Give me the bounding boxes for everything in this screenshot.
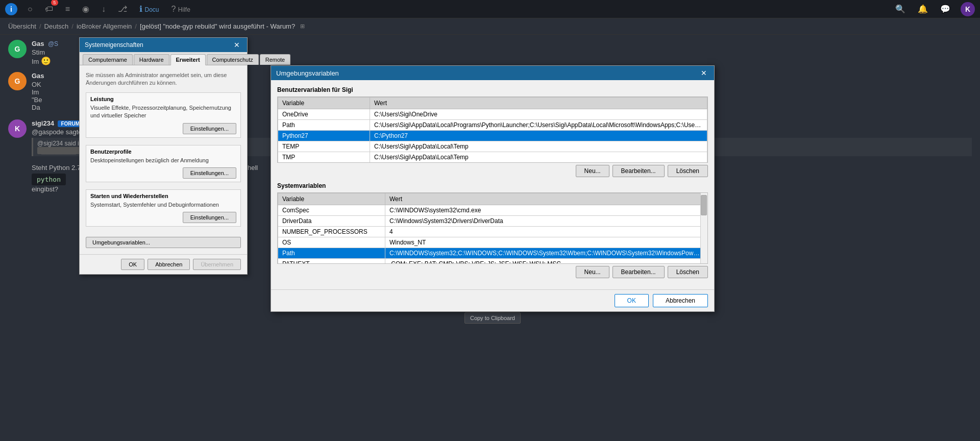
- nav-icon-target[interactable]: ◉: [80, 2, 91, 16]
- starten-section: Starten und Wiederherstellen Systemstart…: [86, 189, 241, 227]
- abbrechen-button[interactable]: Abbrechen: [148, 259, 190, 270]
- bell-icon[interactable]: 🔔: [916, 2, 930, 16]
- ok-button[interactable]: OK: [121, 259, 144, 270]
- rss-icon[interactable]: ⊞: [300, 23, 305, 30]
- main-content: G Gas @S StimIm 🙂 G Gas OKIm"BeDa K: [0, 35, 980, 441]
- sys-var-name: ComSpec: [278, 205, 385, 216]
- sys-var-row[interactable]: DriverDataC:\Windows\System32\Drivers\Dr…: [278, 216, 707, 227]
- avatar-3: K: [8, 119, 27, 138]
- tab-hardware[interactable]: Hardware: [134, 54, 169, 65]
- tab-computerschutz[interactable]: Computerschutz: [207, 54, 259, 65]
- user-var-value: C:\Python27: [370, 131, 707, 141]
- topbar-right: 🔍 🔔 💬 K: [893, 2, 975, 16]
- sysprop-close-button[interactable]: ✕: [232, 41, 242, 49]
- benutzerprofile-einstellungen-button[interactable]: Einstellungen...: [183, 167, 236, 179]
- env-body: Benutzervariablen für Sigi Variable Wert…: [271, 80, 714, 289]
- user-var-name: Python27: [278, 131, 370, 141]
- user-var-row[interactable]: OneDriveC:\Users\Sigi\OneDrive: [278, 109, 707, 120]
- sys-var-name: PATHEXT: [278, 259, 385, 264]
- user-var-buttons: Neu... Bearbeiten... Löschen: [277, 165, 708, 177]
- user-vars-table-container[interactable]: Variable Wert OneDriveC:\Users\Sigi\OneD…: [277, 96, 708, 163]
- umgebungsvariablen-dialog: Umgebungsvariablen ✕ Benutzervariablen f…: [271, 65, 715, 312]
- nav-icon-list[interactable]: ≡: [63, 3, 72, 16]
- sys-var-buttons: Neu... Bearbeiten... Löschen: [277, 266, 708, 278]
- nav-icon-circle[interactable]: ○: [26, 3, 35, 16]
- sys-var-row[interactable]: PATHEXT.COM;.EXE;.BAT;.CMD;.VBS;.VBE;.JS…: [278, 259, 707, 264]
- user-vars-title: Benutzervariablen für Sigi: [277, 86, 708, 93]
- env-close-button[interactable]: ✕: [699, 69, 709, 77]
- tab-remote[interactable]: Remote: [260, 54, 291, 65]
- user-loeschen-button[interactable]: Löschen: [668, 165, 708, 177]
- user-var-value: C:\Users\Sigi\AppData\Local\Temp: [370, 141, 707, 152]
- nav-icon-down[interactable]: ↓: [100, 3, 108, 16]
- sysprop-warning: Sie müssen als Administrator angemeldet …: [86, 71, 241, 87]
- nav-icon-info[interactable]: ℹ Docu: [137, 2, 161, 16]
- benutzerprofile-section: Benutzerprofile Desktopeinstellungen bez…: [86, 145, 241, 182]
- umgebungsvariablen-button[interactable]: Umgebungsvariablen...: [86, 237, 241, 248]
- sys-vars-table: Variable Wert ComSpecC:\WINDOWS\system32…: [278, 193, 707, 264]
- sys-var-name: DriverData: [278, 216, 385, 227]
- sys-vars-title: Systemvariablen: [277, 182, 708, 189]
- sys-var-row[interactable]: ComSpecC:\WINDOWS\system32\cmd.exe: [278, 205, 707, 216]
- sysprop-tabs: Computername Hardware Erweitert Computer…: [80, 52, 247, 65]
- leistung-desc: Visuelle Effekte, Prozessorzeitplanung, …: [90, 104, 236, 120]
- sysprop-footer: OK Abbrechen Übernehmen: [80, 254, 247, 274]
- env-ok-button[interactable]: OK: [615, 294, 649, 307]
- uebernehmen-button[interactable]: Übernehmen: [193, 259, 241, 270]
- tab-erweitert[interactable]: Erweitert: [170, 54, 206, 65]
- sys-neu-button[interactable]: Neu...: [576, 266, 609, 278]
- sys-var-row[interactable]: PathC:\WINDOWS\system32;C:\WINDOWS;C:\WI…: [278, 248, 707, 259]
- user-var-name: OneDrive: [278, 109, 370, 120]
- user-avatar[interactable]: K: [961, 2, 975, 16]
- chat-blur: ████████: [37, 147, 80, 154]
- user-var-row[interactable]: TMPC:\Users\Sigi\AppData\Local\Temp: [278, 152, 707, 163]
- nav-icon-tag[interactable]: 🏷5: [43, 3, 55, 16]
- starten-einstellungen-button[interactable]: Einstellungen...: [183, 212, 236, 223]
- breadcrumb-overview[interactable]: Übersicht: [8, 22, 36, 30]
- leistung-einstellungen-button[interactable]: Einstellungen...: [183, 123, 236, 134]
- sys-loeschen-button[interactable]: Löschen: [668, 266, 708, 278]
- user-neu-button[interactable]: Neu...: [576, 165, 609, 177]
- sys-vars-table-container[interactable]: Variable Wert ComSpecC:\WINDOWS\system32…: [277, 192, 708, 264]
- avatar-2: G: [8, 72, 27, 90]
- sys-bearbeiten-button[interactable]: Bearbeiten...: [612, 266, 665, 278]
- username-3: sigi234: [32, 119, 54, 127]
- breadcrumb-iobroker[interactable]: ioBroker Allgemein: [77, 22, 132, 30]
- leistung-section: Leistung Visuelle Effekte, Prozessorzeit…: [86, 92, 241, 138]
- user-var-value: C:\Users\Sigi\AppData\Local\Temp: [370, 152, 707, 163]
- breadcrumb: Übersicht / Deutsch / ioBroker Allgemein…: [0, 18, 980, 35]
- sys-col-variable-header: Variable: [278, 193, 385, 205]
- sys-var-value: C:\WINDOWS\system32;C:\WINDOWS;C:\WINDOW…: [385, 248, 707, 259]
- env-abbrechen-button[interactable]: Abbrechen: [653, 294, 708, 307]
- user-bearbeiten-button[interactable]: Bearbeiten...: [612, 165, 665, 177]
- col-wert-header: Wert: [370, 97, 707, 109]
- sys-var-value: .COM;.EXE;.BAT;.CMD;.VBS;.VBE;.JS;.JSE;.…: [385, 259, 707, 264]
- env-footer: OK Abbrechen: [271, 289, 714, 311]
- sys-var-value: C:\WINDOWS\system32\cmd.exe: [385, 205, 707, 216]
- copy-clipboard-button[interactable]: Copy to Clipboard: [464, 312, 521, 324]
- user-var-name: TEMP: [278, 141, 370, 152]
- user-var-row[interactable]: PathC:\Users\Sigi\AppData\Local\Programs…: [278, 120, 707, 131]
- benutzerprofile-desc: Desktopeinstellungen bezüglich der Anmel…: [90, 157, 236, 164]
- search-icon[interactable]: 🔍: [893, 2, 908, 16]
- env-title: Umgebungsvariablen: [276, 69, 339, 77]
- starten-label: Starten und Wiederherstellen: [90, 193, 236, 199]
- brand-icon: i: [5, 3, 17, 15]
- systemeigenschaften-dialog: Systemeigenschaften ✕ Computername Hardw…: [79, 37, 248, 275]
- user-var-value: C:\Users\Sigi\AppData\Local\Programs\Pyt…: [370, 120, 707, 131]
- sys-var-value: C:\Windows\System32\Drivers\DriverData: [385, 216, 707, 227]
- username-1: Gas: [32, 40, 44, 47]
- nav-icon-git[interactable]: ⎇: [116, 2, 129, 16]
- chat-icon[interactable]: 💬: [938, 2, 952, 16]
- col-variable-header: Variable: [278, 97, 370, 109]
- sys-var-row[interactable]: OSWindows_NT: [278, 237, 707, 248]
- starten-desc: Systemstart, Systemfehler und Debuginfor…: [90, 201, 236, 209]
- breadcrumb-current: [gelöst] "node-gyp rebuild" wird ausgefü…: [140, 22, 295, 30]
- breadcrumb-deutsch[interactable]: Deutsch: [44, 22, 69, 30]
- user-var-row[interactable]: TEMPC:\Users\Sigi\AppData\Local\Temp: [278, 141, 707, 152]
- sys-var-row[interactable]: NUMBER_OF_PROCESSORS4: [278, 227, 707, 237]
- user-var-row[interactable]: Python27C:\Python27: [278, 131, 707, 141]
- nav-icon-help[interactable]: ? Hilfe: [169, 3, 192, 16]
- tab-computername[interactable]: Computername: [83, 54, 133, 65]
- sysprop-titlebar: Systemeigenschaften ✕: [80, 38, 247, 52]
